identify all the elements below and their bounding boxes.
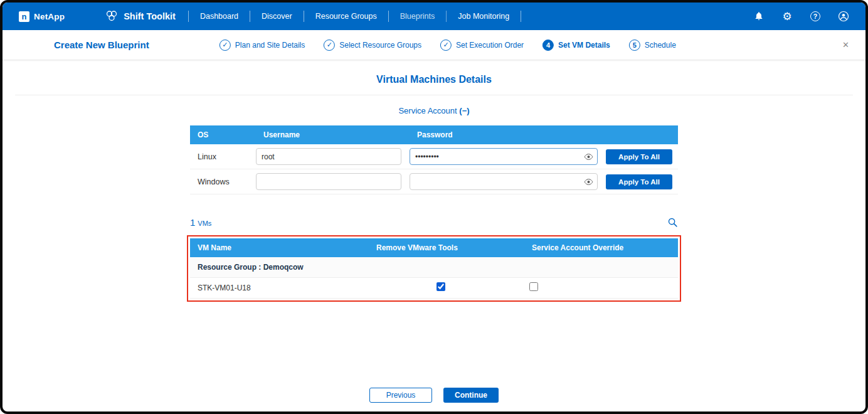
step-number: 5 bbox=[629, 40, 640, 51]
step-check-icon: ✓ bbox=[220, 40, 231, 51]
netapp-logo-icon: n bbox=[19, 11, 29, 22]
vm-table: VM Name Remove VMware Tools Service Acco… bbox=[190, 238, 678, 299]
col-os: OS bbox=[190, 130, 256, 139]
vm-table-header: VM Name Remove VMware Tools Service Acco… bbox=[190, 238, 678, 257]
windows-username-field[interactable] bbox=[256, 173, 401, 190]
wizard-footer: Previous Continue bbox=[3, 383, 865, 411]
col-remove-vmware-tools: Remove VMware Tools bbox=[369, 243, 524, 252]
netapp-brand: n NetApp bbox=[19, 11, 65, 22]
nav-item-blueprints[interactable]: Blueprints bbox=[389, 11, 447, 22]
vm-details-title: Virtual Machines Details bbox=[3, 74, 865, 85]
wizard-stepper: ✓ Plan and Site Details ✓ Select Resourc… bbox=[220, 40, 676, 51]
main-nav: Dashboard Discover Resource Groups Bluep… bbox=[188, 11, 521, 22]
os-label: Linux bbox=[190, 152, 256, 161]
app-title: Shift Toolkit bbox=[105, 10, 188, 23]
col-service-account-override: Service Account Override bbox=[524, 243, 678, 252]
linux-username-field[interactable] bbox=[256, 148, 401, 165]
close-icon[interactable]: ✕ bbox=[842, 40, 849, 50]
help-icon[interactable]: ? bbox=[810, 11, 821, 22]
app-window: n NetApp Shift Toolkit Dashboard Discove… bbox=[0, 0, 868, 414]
step-plan-and-site-details[interactable]: ✓ Plan and Site Details bbox=[220, 40, 305, 51]
show-password-eye-icon[interactable] bbox=[584, 153, 593, 161]
account-icon[interactable] bbox=[838, 11, 849, 22]
continue-button[interactable]: Continue bbox=[443, 388, 499, 403]
table-row-windows: Windows Apply To bbox=[190, 169, 678, 194]
col-username: Username bbox=[256, 130, 410, 139]
step-check-icon: ✓ bbox=[324, 40, 335, 51]
apply-to-all-windows-button[interactable]: Apply To All bbox=[606, 174, 672, 189]
col-vm-name: VM Name bbox=[190, 243, 369, 252]
top-navbar: n NetApp Shift Toolkit Dashboard Discove… bbox=[3, 3, 865, 30]
previous-button[interactable]: Previous bbox=[369, 388, 432, 403]
vm-count: 1 bbox=[190, 217, 195, 228]
show-password-eye-icon[interactable] bbox=[584, 178, 593, 186]
search-icon[interactable] bbox=[667, 217, 678, 230]
service-account-override-checkbox[interactable] bbox=[529, 282, 538, 291]
collapse-toggle-icon[interactable]: (−) bbox=[459, 106, 469, 115]
nav-item-dashboard[interactable]: Dashboard bbox=[189, 11, 250, 22]
main-content: Virtual Machines Details Service Account… bbox=[3, 60, 865, 383]
settings-gear-icon[interactable]: ⚙ bbox=[781, 11, 793, 22]
col-password: Password bbox=[410, 130, 604, 139]
app-title-text: Shift Toolkit bbox=[124, 11, 176, 21]
remove-vmware-tools-checkbox[interactable] bbox=[437, 282, 445, 291]
step-number: 4 bbox=[542, 40, 554, 51]
windows-password-field[interactable] bbox=[410, 173, 598, 190]
nav-item-resource-groups[interactable]: Resource Groups bbox=[304, 11, 389, 22]
table-row-vm: STK-VM01-U18 bbox=[190, 278, 678, 299]
step-set-vm-details[interactable]: 4 Set VM Details bbox=[542, 40, 610, 51]
vm-name: STK-VM01-U18 bbox=[190, 284, 369, 292]
shift-toolkit-icon bbox=[105, 10, 119, 23]
service-account-section-title: Service Account (−) bbox=[3, 106, 865, 115]
linux-password-field[interactable] bbox=[410, 148, 598, 165]
table-row-linux: Linux Apply To Al bbox=[190, 144, 678, 169]
resource-group-row: Resource Group : Demoqcow bbox=[190, 257, 678, 278]
navbar-icons: ⚙ ? bbox=[753, 11, 849, 22]
apply-to-all-linux-button[interactable]: Apply To All bbox=[606, 149, 672, 164]
notifications-bell-icon[interactable] bbox=[753, 11, 765, 22]
title-divider bbox=[15, 95, 853, 95]
os-label: Windows bbox=[190, 178, 256, 186]
page-title: Create New Blueprint bbox=[54, 40, 149, 50]
service-account-table-header: OS Username Password bbox=[190, 125, 678, 144]
step-select-resource-groups[interactable]: ✓ Select Resource Groups bbox=[324, 40, 421, 51]
vm-list-header: 1 VMs bbox=[190, 217, 678, 230]
wizard-header: Create New Blueprint ✓ Plan and Site Det… bbox=[3, 30, 865, 60]
step-check-icon: ✓ bbox=[440, 40, 452, 51]
vm-count-label: VMs bbox=[198, 220, 211, 227]
step-set-execution-order[interactable]: ✓ Set Execution Order bbox=[440, 40, 524, 51]
step-schedule[interactable]: 5 Schedule bbox=[629, 40, 676, 51]
service-account-table: OS Username Password Linux bbox=[190, 125, 678, 194]
nav-item-job-monitoring[interactable]: Job Monitoring bbox=[447, 11, 521, 22]
brand-text: NetApp bbox=[34, 12, 65, 21]
nav-item-discover[interactable]: Discover bbox=[250, 11, 304, 22]
